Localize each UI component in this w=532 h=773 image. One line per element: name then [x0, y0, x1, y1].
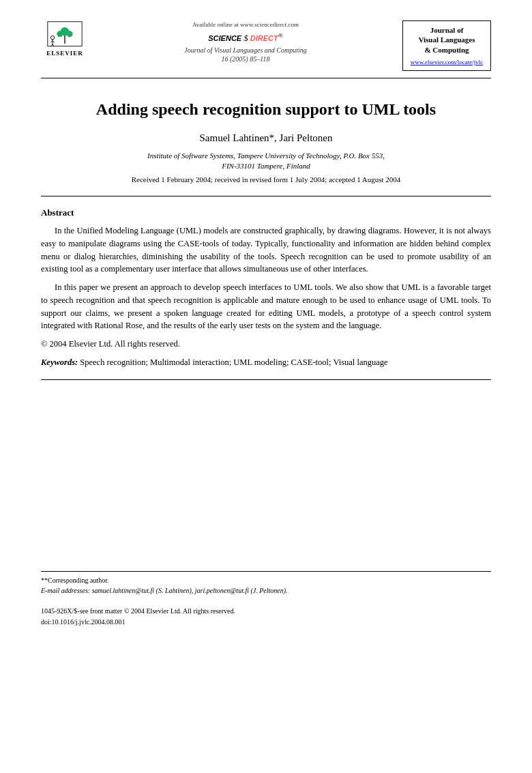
svg-line-9 — [51, 44, 53, 46]
article-title-section: Adding speech recognition support to UML… — [41, 99, 491, 185]
page: ELSEVIER Available online at www.science… — [0, 0, 532, 773]
email2-name: (J. Peltonen). — [250, 587, 287, 594]
abstract-para1: In the Unified Modeling Language (UML) m… — [41, 224, 491, 276]
copyright-text: © 2004 Elsevier Ltd. All rights reserved… — [41, 338, 491, 351]
science-direct-logo: SCIENCE $ DIRECT® — [102, 31, 389, 44]
elsevier-logo-svg — [44, 20, 85, 48]
header-center: Available online at www.sciencedirect.co… — [89, 20, 402, 63]
svg-point-5 — [50, 35, 54, 39]
abstract-section: Abstract In the Unified Modeling Languag… — [41, 207, 491, 369]
direct-text: DIRECT — [248, 33, 278, 42]
divider-top — [41, 196, 491, 196]
received-dates: Received 1 February 2004; received in re… — [41, 175, 491, 185]
elsevier-logo: ELSEVIER — [41, 20, 89, 58]
abstract-heading: Abstract — [41, 207, 491, 219]
authors: Samuel Lahtinen*, Jari Peltonen — [41, 131, 491, 145]
corresponding-author: **Corresponding author. — [41, 575, 491, 585]
journal-name-center: Journal of Visual Languages and Computin… — [102, 46, 389, 63]
svg-point-4 — [67, 31, 73, 37]
affiliation: Institute of Software Systems, Tampere U… — [41, 151, 491, 172]
bottom-info: 1045-926X/$-see front matter © 2004 Else… — [41, 606, 491, 628]
elsevier-label: ELSEVIER — [46, 49, 83, 58]
header: ELSEVIER Available online at www.science… — [41, 20, 491, 78]
email1: samuel.lahtinen@tut.fi — [92, 587, 154, 594]
issn-line: 1045-926X/$-see front matter © 2004 Else… — [41, 606, 491, 617]
article-title: Adding speech recognition support to UML… — [41, 99, 491, 120]
footnote-email: E-mail addresses: samuel.lahtinen@tut.fi… — [41, 585, 491, 596]
email1-name: (S. Lahtinen), — [156, 587, 194, 594]
footnote: **Corresponding author. E-mail addresses… — [41, 575, 491, 596]
svg-point-3 — [57, 31, 63, 37]
volume-issue: 16 (2005) 85–118 — [222, 55, 270, 63]
svg-line-10 — [53, 44, 54, 46]
journal-url[interactable]: www.elsevier.com/locate/jvlc — [409, 58, 485, 67]
abstract-para2: In this paper we present an approach to … — [41, 281, 491, 332]
keywords-label: Keywords: — [41, 358, 78, 367]
footer-divider — [41, 571, 491, 572]
keywords-text: Speech recognition; Multimodal interacti… — [80, 358, 387, 367]
science-text: SCIENCE — [208, 33, 243, 42]
doi-line: doi:10.1016/j.jvlc.2004.08.001 — [41, 617, 491, 628]
email2: jari.peltonen@tut.fi — [195, 587, 249, 594]
divider-bottom — [41, 379, 491, 380]
header-left: ELSEVIER — [41, 20, 89, 58]
header-right: Journal of Visual Languages & Computing … — [402, 20, 491, 71]
keywords: Keywords: Speech recognition; Multimodal… — [41, 356, 491, 369]
available-online-text: Available online at www.sciencedirect.co… — [102, 20, 389, 29]
journal-title-right: Journal of Visual Languages & Computing — [409, 25, 485, 55]
